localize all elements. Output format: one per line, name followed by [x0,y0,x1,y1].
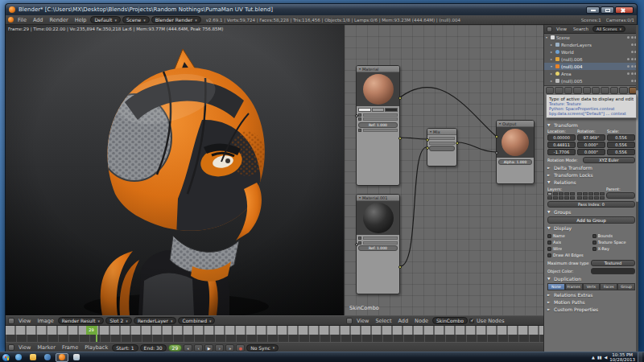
mirror-swatch[interactable] [385,108,398,112]
relations-panel-header[interactable]: Relations [546,179,637,186]
frame-end-field[interactable]: End: 30 [140,344,167,352]
location-y-field[interactable]: 0.44811 [547,142,576,148]
duplication-faces-button[interactable]: Faces [600,283,617,290]
output-socket[interactable] [398,265,402,269]
bounds-checkbox[interactable]: Bounds [592,232,636,239]
node-menu-node[interactable]: Node [412,318,431,324]
node-output[interactable]: Output Alpha: 1.000 [496,120,535,184]
minimize-button[interactable] [586,6,600,14]
checkbox[interactable] [358,113,361,117]
checkbox[interactable] [358,129,361,132]
screen-layout-selector[interactable]: Default [90,16,120,23]
show-desktop-button[interactable] [638,352,642,362]
ref-slider[interactable]: Ref: 1.000 [358,245,398,251]
motion-paths-panel-header[interactable]: Motion Paths [546,298,637,306]
tab-data[interactable] [610,87,618,94]
axis-checkbox[interactable]: Axis [547,239,591,245]
node-tree-datablock[interactable]: SkinCombo [432,317,468,324]
rotation-mode-selector[interactable]: XYZ Euler [583,157,635,163]
draw-all-edges-checkbox[interactable]: Draw All Edges [547,252,591,258]
wire-checkbox[interactable]: Wire [547,245,591,252]
rotation-y-field[interactable]: 0.000° [577,142,605,148]
close-button[interactable] [615,6,634,14]
ref-slider[interactable]: Ref: 1.000 [358,122,398,128]
image-datablock-selector[interactable]: Render Result [58,317,104,324]
outliner-item-null-006[interactable]: ▸(null).006 [544,56,638,63]
tab-render[interactable] [546,87,554,94]
timeline-menu-marker[interactable]: Marker [35,344,57,351]
menu-add[interactable]: Add [31,17,46,23]
outliner-item-world[interactable]: ▸World [544,48,638,56]
timeline-ruler[interactable]: 29 [6,326,543,342]
delta-transform-panel-header[interactable]: Delta Transform [546,164,637,171]
max-draw-type-selector[interactable]: Textured [591,260,635,266]
frame-start-field[interactable]: Start: 1 [112,344,138,352]
render-pass-selector[interactable]: Combined [178,317,215,324]
checkbox[interactable] [358,241,361,245]
properties-scrollbar[interactable] [636,25,638,352]
input-socket[interactable] [426,138,429,142]
maximize-button[interactable] [601,6,614,14]
play-button[interactable] [204,344,213,352]
menu-file[interactable]: File [15,17,29,23]
tab-object[interactable] [583,87,591,94]
node-menu-select[interactable]: Select [373,318,394,324]
timeline-menu-frame[interactable]: Frame [60,344,80,351]
node-editor-canvas[interactable]: Material Ref: 1.000 Material.001 [344,25,543,315]
input-socket[interactable] [355,243,358,246]
start-button[interactable] [2,353,10,362]
spec-swatch[interactable] [372,108,385,112]
tab-world[interactable] [573,87,581,94]
outliner-item-null-004[interactable]: ▾(null).004 [544,63,638,70]
object-color-swatch[interactable] [591,268,635,274]
taskbar-icon-browser[interactable] [12,353,25,362]
outliner-item-renderlayers[interactable]: ▸RenderLayers [544,41,638,48]
output-socket[interactable] [398,97,402,100]
name-checkbox[interactable]: Name [547,232,591,239]
volume-icon[interactable]: ◀ [604,355,607,360]
scale-x-field[interactable]: 0.556 [607,134,635,141]
input-socket[interactable] [355,114,358,117]
alpha-slider[interactable]: Alpha: 1.000 [498,159,532,165]
network-icon[interactable]: ▮▮ [597,355,602,360]
outliner-menu-view[interactable]: View [554,25,569,34]
image-editor-canvas[interactable]: Frame:29 | Time:00:22.00 | Ve:235,894 Fa… [6,25,344,315]
image-menu-image[interactable]: Image [35,318,56,324]
display-panel-header[interactable]: Display [546,224,637,232]
transform-panel-header[interactable]: Transform [546,121,637,129]
color-swatch[interactable] [358,108,371,112]
texture-space-checkbox[interactable]: Texture Space [592,239,636,245]
render-engine-selector[interactable]: Blender Render [151,16,201,23]
record-button[interactable] [236,344,245,352]
node-mix-header[interactable]: Mix [427,129,456,135]
jump-to-end-button[interactable] [225,344,234,352]
timeline-menu-playback[interactable]: Playback [82,344,110,351]
duplication-group-button[interactable]: Group [617,283,635,290]
menu-render[interactable]: Render [47,17,70,23]
node-material[interactable]: Material Ref: 1.000 [356,65,400,186]
node-menu-add[interactable]: Add [396,318,411,324]
outliner-filter-selector[interactable]: All Scenes [592,26,625,32]
timeline-editor-type-icon[interactable] [8,344,14,351]
collapse-icon[interactable] [359,195,361,201]
x-ray-checkbox[interactable]: X-Ray [592,245,636,252]
outliner-menu-search[interactable]: Search [571,25,591,34]
output-socket[interactable] [398,137,402,140]
input-socket[interactable] [426,146,429,150]
image-editor-type-icon[interactable] [8,318,14,324]
blender-menu-icon[interactable] [8,17,14,23]
transform-locks-panel-header[interactable]: Transform Locks [546,171,637,179]
layers-grid[interactable] [547,192,575,200]
node-mix[interactable]: Mix [427,128,457,167]
sync-mode-selector[interactable]: No Sync [246,344,279,352]
duplication-panel-header[interactable]: Duplication [546,275,637,282]
checkbox[interactable] [358,237,361,240]
tab-material[interactable] [619,87,627,94]
node-material-001[interactable]: Material.001 Ref: 1.000 [356,194,400,294]
duplication-frames-button[interactable]: Frames [565,283,583,290]
duplication-none-button[interactable]: None [547,283,565,290]
relations-extras-panel-header[interactable]: Relations Extras [546,291,637,298]
scale-z-field[interactable]: 0.556 [607,149,635,155]
window-titlebar[interactable]: Blender* [C:\Users\MX\Desktop\Blends\Pro… [6,4,637,15]
duplication-verts-button[interactable]: Verts [583,283,601,290]
